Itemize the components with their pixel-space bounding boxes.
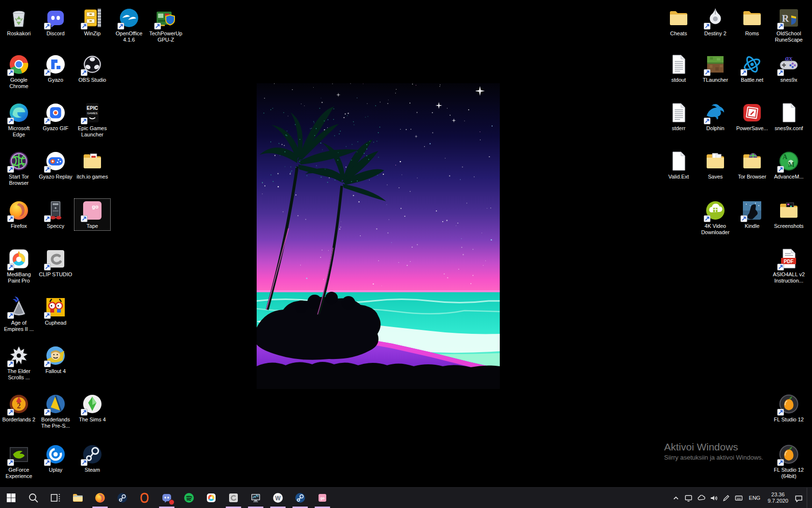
taskbar-button-wattpad[interactable]: W xyxy=(267,488,289,508)
desktop-icon-stdout[interactable]: stdout xyxy=(660,52,697,85)
clip-studio-icon xyxy=(228,492,239,504)
advancem-icon: AM xyxy=(778,150,800,172)
desktop-icon-openoffice[interactable]: OpenOffice 4.1.6 xyxy=(111,6,147,45)
desktop-icon-borderlands[interactable]: Borderlands The Pre-S... xyxy=(37,392,74,431)
desktop-icon-fl-studio-12[interactable]: FL Studio 12 (64bit) xyxy=(770,442,807,481)
taskbar-button-start[interactable] xyxy=(0,488,22,508)
desktop-icon-borderlands-2[interactable]: 2Borderlands 2 xyxy=(0,392,37,424)
desktop-icon-screenshots[interactable]: Screenshots xyxy=(770,198,807,231)
spotify-icon xyxy=(183,492,195,504)
display-icon[interactable] xyxy=(684,494,693,502)
taskbar-button-search[interactable] xyxy=(22,488,44,508)
winzip-icon xyxy=(81,7,103,29)
desktop-icon-gyazo-replay[interactable]: Gyazo Replay xyxy=(37,149,74,181)
desktop-icon-start-tor[interactable]: Start Tor Browser xyxy=(0,149,37,188)
desktop-icon-the-sims-4[interactable]: The Sims 4 xyxy=(74,392,111,424)
desktop-icon-snes9x-conf[interactable]: snes9x.conf xyxy=(770,101,807,133)
taskbar-button-steam-game[interactable] xyxy=(289,488,311,508)
desktop-icon-powersave[interactable]: PowerSave... xyxy=(734,101,770,133)
origin-icon xyxy=(139,492,150,504)
desktop-icon-destiny-2[interactable]: Destiny 2 xyxy=(697,6,734,38)
desktop-icon-firefox[interactable]: Firefox xyxy=(0,198,37,231)
desktop-icon-google[interactable]: Google Chrome xyxy=(0,52,37,91)
icon-label: Microsoft Edge xyxy=(8,125,30,138)
desktop-icon-epic-games[interactable]: EPICGAMESEpic Games Launcher xyxy=(74,101,111,139)
taskbar-button-discord[interactable] xyxy=(156,488,178,508)
desktop-icon-kindle[interactable]: Kindle xyxy=(734,198,770,231)
taskbar-button-clip-studio[interactable] xyxy=(222,488,245,508)
desktop-icon-oldschool[interactable]: ROldSchool RuneScape xyxy=(770,6,807,45)
desktop-icon-the-elder[interactable]: The Elder Scrolls ... xyxy=(0,344,37,382)
desktop-icon-fallout-4[interactable]: Fallout 4 xyxy=(37,344,74,376)
desktop-icon-uplay[interactable]: Uplay xyxy=(37,442,74,475)
desktop-icon-itch-io-games[interactable]: itch.io games xyxy=(74,149,111,181)
svg-text:GAMES: GAMES xyxy=(87,112,98,115)
tlauncher-icon xyxy=(704,53,726,75)
icon-label: Battle.net xyxy=(741,77,763,83)
desktop-icon-discord[interactable]: Discord xyxy=(37,6,74,38)
desktop-icon-microsoft[interactable]: Microsoft Edge xyxy=(0,101,37,139)
taskbar-button-speccy-monitor[interactable] xyxy=(245,488,267,508)
desktop-icon-medibang[interactable]: MediBang Paint Pro xyxy=(0,247,37,285)
desktop-icon-tor-browser[interactable]: Tor Browser xyxy=(734,149,770,181)
taskbar-button-steam[interactable] xyxy=(111,488,133,508)
desktop-icon-stderr[interactable]: stderr xyxy=(660,101,697,133)
language-indicator[interactable]: ENG xyxy=(747,495,762,501)
icon-label: Tor Browser xyxy=(738,174,767,180)
action-center-icon[interactable] xyxy=(794,494,802,502)
desktop-icon-age-of[interactable]: Age of Empires II ... xyxy=(0,295,37,334)
desktop-icon-tlauncher[interactable]: TLauncher xyxy=(697,52,734,85)
desktop-icon-steam[interactable]: Steam xyxy=(74,442,111,475)
desktop-icon-speccy[interactable]: Speccy xyxy=(37,198,74,231)
wattpad-icon: W xyxy=(272,492,284,504)
desktop-icon-saves[interactable]: Saves xyxy=(697,149,734,181)
desktop-icon-gyazo[interactable]: Gyazo xyxy=(37,52,74,85)
desktop-icon-advancem[interactable]: AMAdvanceM... xyxy=(770,149,807,181)
gpuz-icon xyxy=(155,7,177,29)
folder_globe-icon xyxy=(741,150,763,172)
shortcut-arrow-icon xyxy=(777,409,784,416)
desktop-icon-battle-net[interactable]: Battle.net xyxy=(734,52,770,85)
desktop-icon-valid-ext[interactable]: Valid.Ext xyxy=(660,149,697,181)
taskbar-button-medibang[interactable] xyxy=(200,488,222,508)
icon-label: stdout xyxy=(671,77,686,83)
desktop-icon-roskakori[interactable]: Roskakori xyxy=(0,6,37,38)
desktop-icon-obs-studio[interactable]: OBS Studio xyxy=(74,52,111,85)
desktop-icon-asio4all-v2[interactable]: PDFASIO4ALL v2 Instruction... xyxy=(770,247,807,285)
taskbar-clock[interactable]: 23.36 9.7.2020 xyxy=(766,492,790,504)
desktop-icon-fl-studio-12[interactable]: FL Studio 12 xyxy=(770,392,807,424)
onedrive-cloud-icon[interactable] xyxy=(697,494,705,502)
desktop-icon-clip-studio[interactable]: CLIP STUDIO xyxy=(37,247,74,279)
desktop-icon-geforce[interactable]: GeForce Experience xyxy=(0,442,37,481)
hidden-icons-chevron-icon[interactable] xyxy=(672,494,680,502)
taskbar-button-task-view[interactable] xyxy=(44,488,67,508)
desktop-icon-gyazo-gif[interactable]: Gyazo GIF xyxy=(37,101,74,133)
show-desktop-button[interactable] xyxy=(807,488,810,508)
desktop-icon-winzip[interactable]: WinZip xyxy=(74,6,111,38)
icon-label: Speccy xyxy=(47,223,64,229)
desktop-icon-cuphead[interactable]: Cuphead xyxy=(37,295,74,328)
desktop-icon-tape[interactable]: goTape xyxy=(74,198,111,231)
shortcut-arrow-icon xyxy=(81,409,87,416)
desktop-icon-dolphin[interactable]: Dolphin xyxy=(697,101,734,133)
taskbar-button-spotify[interactable] xyxy=(178,488,200,508)
volume-icon[interactable] xyxy=(710,494,718,502)
doc_blank-icon xyxy=(667,150,690,172)
taskbar-button-origin[interactable] xyxy=(133,488,156,508)
touch-keyboard-icon[interactable] xyxy=(735,494,743,502)
icon-label: Destiny 2 xyxy=(704,30,726,37)
task-view-icon xyxy=(50,492,61,504)
taskbar-button-file-explorer[interactable] xyxy=(67,488,89,508)
taskbar-button-firefox[interactable] xyxy=(89,488,111,508)
taskbar-button-tape[interactable]: go xyxy=(311,488,334,508)
flstudio-icon xyxy=(778,393,800,415)
windows-ink-pen-icon[interactable] xyxy=(722,494,730,502)
desktop-icon-snes9x[interactable]: axsnes9x xyxy=(770,52,807,85)
icon-label: Google Chrome xyxy=(9,77,28,90)
desktop-icon-cheats[interactable]: Cheats xyxy=(660,6,697,38)
desktop-icon-4k-video[interactable]: 4K Video Downloader xyxy=(697,198,734,237)
svg-text:W: W xyxy=(275,495,281,502)
icon-label: Screenshots xyxy=(774,223,803,229)
desktop-icon-techpowerup[interactable]: TechPowerUp GPU-Z xyxy=(147,6,184,45)
desktop-icon-roms[interactable]: Roms xyxy=(734,6,770,38)
